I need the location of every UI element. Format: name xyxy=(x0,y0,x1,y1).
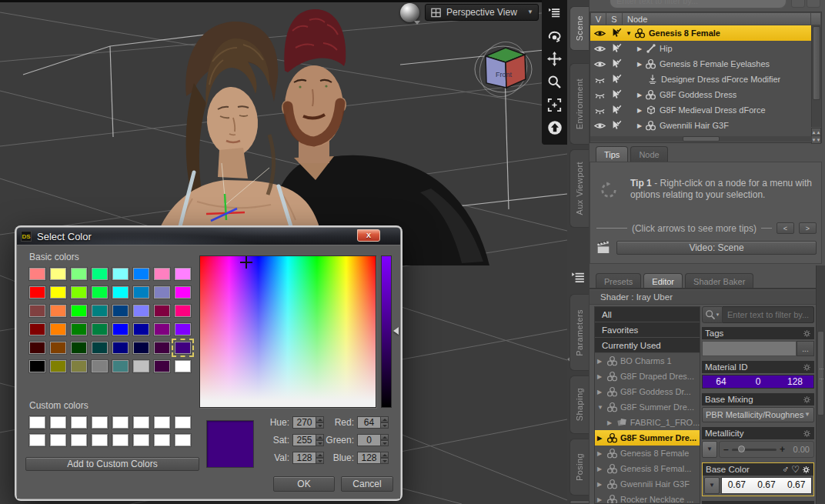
eye-closed-icon[interactable] xyxy=(592,74,608,85)
drawstyle-sphere-widget[interactable] xyxy=(400,3,419,22)
scene-node-row[interactable]: ▶ Genesis 8 Female Eyelashes xyxy=(590,56,813,72)
basic-color-swatch[interactable] xyxy=(133,342,149,354)
surface-node-row[interactable]: ▶G8F Draped Dres... xyxy=(595,369,700,384)
expand-node-arrow[interactable]: ▶ xyxy=(635,122,644,129)
side-tab-scene[interactable]: Scene xyxy=(569,6,589,51)
custom-color-swatch[interactable] xyxy=(175,434,191,446)
basic-color-swatch[interactable] xyxy=(29,323,45,335)
surface-node-row[interactable]: ▼G8F Summer Dre... xyxy=(595,399,700,415)
basic-color-swatch[interactable] xyxy=(154,360,170,372)
frame-icon[interactable] xyxy=(546,95,564,114)
custom-color-swatch[interactable] xyxy=(29,434,45,446)
custom-color-swatch[interactable] xyxy=(133,416,149,429)
surface-node-row[interactable]: ▶Genesis 8 Female xyxy=(595,446,700,461)
gear-icon[interactable] xyxy=(803,329,811,338)
gear-icon[interactable] xyxy=(802,466,810,474)
basic-color-swatch[interactable] xyxy=(50,342,66,354)
value-slider-arrow[interactable] xyxy=(393,327,399,335)
basic-color-swatch[interactable] xyxy=(133,323,149,335)
tab-tips[interactable]: Tips xyxy=(596,146,628,162)
side-tab-aux-viewport[interactable]: Aux Viewport xyxy=(569,149,589,228)
cursor-check-icon[interactable] xyxy=(608,105,624,115)
basic-color-swatch[interactable] xyxy=(92,286,108,299)
basic-color-swatch[interactable] xyxy=(154,286,170,299)
surface-node-row[interactable]: ▶Gwennili Hair G3F xyxy=(595,476,700,492)
custom-color-swatch[interactable] xyxy=(112,434,129,446)
custom-color-swatch[interactable] xyxy=(175,416,191,429)
sat-field[interactable]: 255 xyxy=(292,434,316,446)
view-cube-front-label[interactable]: Front xyxy=(496,71,513,78)
pan-icon[interactable] xyxy=(546,49,564,68)
red-spinner[interactable] xyxy=(380,416,389,429)
tab-presets[interactable]: Presets xyxy=(596,273,641,289)
filter-currently-used[interactable]: Currently Used xyxy=(595,338,700,353)
material-id-color-bar[interactable]: 64 0 128 xyxy=(702,375,814,389)
red-field[interactable]: 64 xyxy=(357,416,380,429)
basic-color-swatch[interactable] xyxy=(29,286,45,299)
custom-color-swatch[interactable] xyxy=(92,434,108,446)
favorite-heart-icon[interactable]: ♡ xyxy=(791,464,800,475)
expand-node-arrow[interactable]: ▶ xyxy=(635,92,644,98)
green-field[interactable]: 0 xyxy=(357,434,380,446)
custom-color-swatch[interactable] xyxy=(112,416,129,429)
basic-color-swatch[interactable] xyxy=(112,360,129,372)
zoom-icon[interactable] xyxy=(546,72,564,91)
previous-tip-button[interactable]: < xyxy=(777,222,794,234)
basic-color-swatch[interactable] xyxy=(175,305,191,317)
basic-color-swatch-selected[interactable] xyxy=(175,342,191,354)
basic-color-swatch[interactable] xyxy=(154,305,170,317)
gear-icon[interactable] xyxy=(803,429,811,438)
scene-node-row[interactable]: ▼ Genesis 8 Female xyxy=(590,25,813,41)
basic-color-swatch[interactable] xyxy=(92,268,108,280)
next-tip-button[interactable]: > xyxy=(799,222,817,234)
side-tab-posing[interactable]: Posing xyxy=(569,439,589,496)
column-node[interactable]: Node xyxy=(623,12,811,25)
basic-color-swatch[interactable] xyxy=(112,342,129,354)
basic-color-swatch[interactable] xyxy=(175,323,191,335)
basic-color-swatch[interactable] xyxy=(50,268,66,280)
basic-color-swatch[interactable] xyxy=(92,323,108,335)
add-to-custom-colors-button[interactable]: Add to Custom Colors xyxy=(25,457,199,471)
base-mixing-dropdown[interactable]: PBR Metallicity/Roughness ▼ xyxy=(702,407,814,422)
cursor-check-icon[interactable] xyxy=(608,28,624,38)
basic-color-swatch[interactable] xyxy=(71,268,87,280)
dialog-title-bar[interactable]: DS Select Color X xyxy=(17,228,400,245)
basic-color-swatch[interactable] xyxy=(29,360,45,372)
view-selector[interactable]: Perspective View ▼ xyxy=(425,4,539,21)
basic-color-swatch[interactable] xyxy=(112,323,129,335)
basic-color-swatch[interactable] xyxy=(175,286,191,299)
surface-node-row[interactable]: ▶G8F Goddess Dr... xyxy=(595,384,700,399)
base-color-value-bar[interactable]: 0.67 0.67 0.67 xyxy=(721,477,812,494)
eye-open-icon[interactable] xyxy=(592,43,608,55)
collapse-node-arrow[interactable]: ▼ xyxy=(624,30,633,37)
eye-closed-icon[interactable] xyxy=(592,89,608,101)
filter-all[interactable]: All xyxy=(595,307,700,322)
basic-color-swatch[interactable] xyxy=(50,360,66,372)
scene-node-row[interactable]: ▶ Hip xyxy=(590,41,813,56)
surface-node-row[interactable]: ▶Rocker Necklace ... xyxy=(595,492,700,504)
drawstyle-dropdown-arrow[interactable] xyxy=(414,21,420,25)
tags-more-button[interactable]: ... xyxy=(797,341,814,356)
scene-node-row[interactable]: ▶ G8F Medieval Dress dForce xyxy=(590,102,813,118)
scene-vertical-scrollbar[interactable] xyxy=(811,25,821,127)
basic-color-swatch[interactable] xyxy=(133,286,149,299)
basic-color-swatch[interactable] xyxy=(92,305,108,317)
basic-color-swatch[interactable] xyxy=(29,305,45,317)
panel-options-menu-icon[interactable] xyxy=(571,269,586,285)
gear-icon[interactable] xyxy=(803,396,811,404)
basic-color-swatch[interactable] xyxy=(92,342,108,354)
basic-color-swatch[interactable] xyxy=(50,323,66,335)
eye-open-icon[interactable] xyxy=(592,28,608,39)
basic-color-swatch[interactable] xyxy=(175,360,191,372)
custom-color-swatch[interactable] xyxy=(50,434,66,446)
blue-spinner[interactable] xyxy=(380,452,389,464)
custom-color-swatch[interactable] xyxy=(29,416,45,429)
green-spinner[interactable] xyxy=(380,434,389,446)
viewport-options-menu-icon[interactable] xyxy=(546,3,564,22)
filter-favorites[interactable]: Favorites xyxy=(595,322,700,338)
tab-editor[interactable]: Editor xyxy=(643,273,683,289)
tab-shader-baker[interactable]: Shader Baker xyxy=(685,273,753,289)
eye-closed-icon[interactable] xyxy=(592,105,608,116)
tab-node[interactable]: Node xyxy=(630,146,667,162)
cursor-check-icon[interactable] xyxy=(608,89,624,100)
